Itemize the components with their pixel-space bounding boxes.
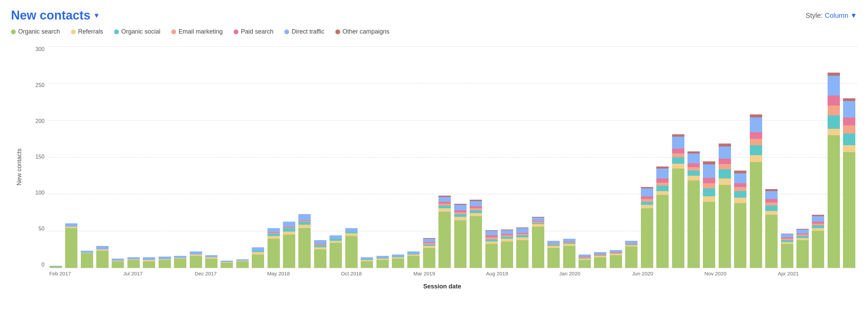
bar-segment-organic_search — [361, 261, 373, 268]
bar-segment-direct_traffic — [703, 164, 715, 178]
bar-segment-email_marketing — [828, 106, 840, 115]
bar-segment-organic_search — [734, 203, 746, 268]
bar-stack — [656, 166, 669, 268]
x-tick: Oct 2018 — [341, 271, 362, 276]
bar-segment-referrals — [345, 233, 358, 236]
bar-group — [810, 46, 826, 268]
bar-group — [608, 46, 623, 268]
bar-segment-direct_traffic — [812, 216, 824, 221]
bar-segment-other_campaigns — [828, 73, 840, 76]
legend-item-organic_social: Organic social — [114, 28, 160, 35]
bar-group — [561, 46, 577, 268]
bar-segment-organic_search — [81, 253, 93, 268]
page-container: New contacts ▼ Style: Column ▼ Organic s… — [11, 8, 857, 290]
bar-segment-referrals — [454, 217, 467, 220]
bar-segment-organic_search — [112, 261, 124, 268]
bar-stack — [376, 256, 389, 268]
legend-label-email_marketing: Email marketing — [178, 28, 223, 35]
bar-stack — [221, 261, 233, 268]
bar-segment-organic_search — [672, 169, 684, 268]
bar-group — [141, 46, 157, 268]
bar-segment-organic_search — [236, 261, 249, 268]
title-area: New contacts ▼ — [11, 8, 100, 23]
bar-group — [172, 46, 188, 268]
chart-plot: 300250200150100500 Feb 2017Jul 2017Dec 2… — [27, 44, 857, 282]
bar-segment-direct_traffic — [159, 257, 171, 259]
bar-group — [48, 46, 63, 268]
bar-segment-paid_search — [641, 196, 653, 199]
bar-segment-referrals — [734, 198, 746, 203]
bar-stack — [594, 252, 606, 268]
bar-segment-direct_traffic — [547, 241, 560, 244]
bar-group — [546, 46, 561, 268]
bar-segment-direct_traffic — [330, 235, 342, 239]
bar-segment-direct_traffic — [687, 153, 700, 163]
bar-group — [126, 46, 141, 268]
bar-stack — [159, 257, 171, 268]
bar-segment-organic_search — [796, 240, 809, 268]
bar-segment-organic_social — [283, 228, 295, 232]
bar-segment-referrals — [641, 205, 653, 208]
bar-group — [733, 46, 748, 268]
bar-stack — [610, 250, 622, 268]
bar-group — [406, 46, 421, 268]
bar-group — [328, 46, 344, 268]
bar-stack — [796, 229, 809, 268]
x-tick: Aug 2019 — [486, 271, 508, 276]
legend-label-organic_social: Organic social — [121, 28, 160, 35]
bar-segment-direct_traffic — [656, 169, 669, 178]
bar-segment-referrals — [672, 164, 684, 169]
style-selector[interactable]: Column ▼ — [825, 12, 857, 20]
title-chevron-icon[interactable]: ▼ — [93, 12, 100, 20]
bar-group — [452, 46, 468, 268]
plot-area: Feb 2017Jul 2017Dec 2017May 2018Oct 2018… — [48, 44, 857, 282]
bar-stack — [454, 204, 467, 268]
bar-segment-organic_social — [703, 188, 715, 196]
legend-dot-direct_traffic — [284, 29, 289, 34]
bar-segment-email_marketing — [765, 202, 778, 206]
legend-dot-other_campaigns — [335, 29, 340, 34]
bar-group — [203, 46, 219, 268]
bar-segment-referrals — [719, 178, 731, 185]
bar-group — [250, 46, 265, 268]
bar-group — [577, 46, 592, 268]
bar-segment-organic_search — [345, 236, 358, 268]
x-tick: Feb 2017 — [49, 271, 71, 276]
style-chevron-icon: ▼ — [850, 12, 857, 19]
x-tick: Nov 2020 — [705, 271, 727, 276]
bar-stack — [268, 228, 280, 268]
bar-stack — [547, 241, 560, 268]
bar-segment-organic_social — [298, 222, 311, 225]
bar-segment-direct_traffic — [252, 247, 264, 251]
bar-stack — [563, 239, 575, 268]
bar-group — [359, 46, 374, 268]
bar-segment-referrals — [501, 239, 513, 241]
bar-stack — [190, 251, 202, 268]
chart-legend: Organic search Referrals Organic social … — [11, 28, 857, 35]
bar-segment-email_marketing — [687, 167, 700, 171]
bar-stack — [532, 217, 544, 268]
bar-segment-organic_social — [438, 206, 451, 208]
bar-group — [219, 46, 235, 268]
bar-segment-organic_search — [392, 259, 404, 268]
bar-segment-referrals — [812, 228, 824, 231]
bar-stack — [252, 247, 264, 268]
bar-stack — [579, 255, 591, 268]
bar-group — [515, 46, 530, 268]
bar-stack — [65, 223, 77, 268]
bar-group — [639, 46, 655, 268]
bar-group — [312, 46, 328, 268]
bar-stack — [516, 227, 529, 268]
bar-segment-referrals — [843, 145, 855, 152]
bar-segment-referrals — [703, 196, 715, 201]
bar-segment-direct_traffic — [516, 228, 529, 233]
bar-segment-direct_traffic — [734, 173, 746, 183]
legend-dot-email_marketing — [171, 29, 176, 34]
x-tick: Jun 2020 — [632, 271, 653, 276]
legend-label-paid_search: Paid search — [241, 28, 273, 35]
bar-stack — [345, 228, 358, 268]
bar-segment-other_campaigns — [843, 98, 855, 101]
bar-segment-organic_search — [143, 261, 155, 268]
bar-segment-organic_search — [205, 259, 218, 268]
y-tick: 150 — [27, 154, 48, 160]
